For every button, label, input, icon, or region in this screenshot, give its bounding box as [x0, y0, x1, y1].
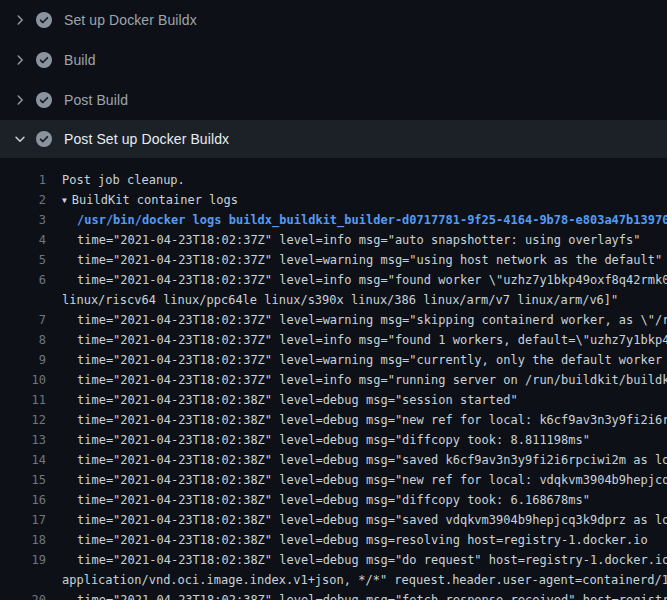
log-line: 20 time="2021-04-23T18:02:38Z" level=deb… — [0, 590, 667, 600]
check-circle-icon — [36, 12, 52, 28]
log-line-text: time="2021-04-23T18:02:37Z" level=info m… — [77, 330, 667, 350]
step-header-3[interactable]: Post Set up Docker Buildx — [0, 120, 667, 158]
log-line-number[interactable]: 16 — [0, 490, 46, 510]
log-line: 10 time="2021-04-23T18:02:37Z" level=inf… — [0, 370, 667, 390]
log-line-text: time="2021-04-23T18:02:37Z" level=info m… — [77, 370, 667, 390]
log-line: 2 ▼BuildKit container logs — [0, 190, 667, 210]
log-line-text: Post job cleanup. — [62, 170, 185, 190]
log-line-number[interactable]: 12 — [0, 410, 46, 430]
log-line-text: time="2021-04-23T18:02:37Z" level=warnin… — [77, 350, 667, 370]
log-line-number[interactable]: 9 — [0, 350, 46, 370]
log-line: 13 time="2021-04-23T18:02:38Z" level=deb… — [0, 430, 667, 450]
log-line-text: time="2021-04-23T18:02:38Z" level=debug … — [77, 490, 590, 510]
log-line: 19 time="2021-04-23T18:02:38Z" level=deb… — [0, 550, 667, 570]
step-header-0[interactable]: Set up Docker Buildx — [0, 0, 667, 40]
check-circle-icon — [36, 131, 52, 147]
chevron-right-icon — [13, 53, 27, 67]
log-line-number[interactable]: 2 — [0, 190, 46, 210]
step-list: Set up Docker Buildx Build Post Build Po… — [0, 0, 667, 158]
log-line: 8 time="2021-04-23T18:02:37Z" level=info… — [0, 330, 667, 350]
check-circle-icon — [36, 92, 52, 108]
log-line-number[interactable]: 19 — [0, 550, 46, 570]
workflow-log-viewer: Set up Docker Buildx Build Post Build Po… — [0, 0, 667, 600]
log-line-number[interactable]: 7 — [0, 310, 46, 330]
log-line-text: time="2021-04-23T18:02:37Z" level=warnin… — [77, 250, 662, 270]
log-line: 7 time="2021-04-23T18:02:37Z" level=warn… — [0, 310, 667, 330]
log-line-text: linux/riscv64 linux/ppc64le linux/s390x … — [62, 290, 618, 310]
log-group-title[interactable]: ▼BuildKit container logs — [62, 190, 238, 210]
log-line-number[interactable]: 1 — [0, 170, 46, 190]
group-toggle-icon[interactable]: ▼ — [62, 191, 67, 210]
step-title: Build — [64, 52, 96, 68]
log-line: 17 time="2021-04-23T18:02:38Z" level=deb… — [0, 510, 667, 530]
log-line: 12 time="2021-04-23T18:02:38Z" level=deb… — [0, 410, 667, 430]
log-line: 14 time="2021-04-23T18:02:38Z" level=deb… — [0, 450, 667, 470]
log-line-text: application/vnd.oci.image.index.v1+json,… — [62, 570, 667, 590]
log-line: 16 time="2021-04-23T18:02:38Z" level=deb… — [0, 490, 667, 510]
log-line-number[interactable]: 20 — [0, 590, 46, 600]
log-line-number[interactable]: 6 — [0, 270, 46, 290]
log-line-text: time="2021-04-23T18:02:37Z" level=info m… — [77, 270, 667, 290]
log-line-text: time="2021-04-23T18:02:38Z" level=debug … — [77, 450, 667, 470]
log-line: 1 Post job cleanup. — [0, 170, 667, 190]
log-line-number[interactable]: 5 — [0, 250, 46, 270]
log-line-number[interactable]: 10 — [0, 370, 46, 390]
chevron-right-icon — [13, 93, 27, 107]
chevron-right-icon — [13, 13, 27, 27]
chevron-down-icon — [13, 132, 27, 146]
log-line-text: time="2021-04-23T18:02:38Z" level=debug … — [77, 590, 667, 600]
log-line: 6 time="2021-04-23T18:02:37Z" level=info… — [0, 270, 667, 290]
log-line-text: time="2021-04-23T18:02:38Z" level=debug … — [77, 410, 667, 430]
log-line-number[interactable]: 18 — [0, 530, 46, 550]
log-line: application/vnd.oci.image.index.v1+json,… — [0, 570, 667, 590]
log-line: 4 time="2021-04-23T18:02:37Z" level=info… — [0, 230, 667, 250]
step-title: Post Build — [64, 92, 128, 108]
log-line-number[interactable]: 11 — [0, 390, 46, 410]
log-line: linux/riscv64 linux/ppc64le linux/s390x … — [0, 290, 667, 310]
log-line-number[interactable]: 13 — [0, 430, 46, 450]
log-line: 15 time="2021-04-23T18:02:38Z" level=deb… — [0, 470, 667, 490]
log-line: 11 time="2021-04-23T18:02:38Z" level=deb… — [0, 390, 667, 410]
log-output: 1 Post job cleanup. 2 ▼BuildKit containe… — [0, 158, 667, 600]
step-header-1[interactable]: Build — [0, 40, 667, 80]
log-line-text: time="2021-04-23T18:02:38Z" level=debug … — [77, 470, 667, 490]
log-line-text: /usr/bin/docker logs buildx_buildkit_bui… — [77, 210, 667, 230]
step-title: Post Set up Docker Buildx — [64, 131, 229, 147]
log-line-number[interactable]: 14 — [0, 450, 46, 470]
log-line-text: time="2021-04-23T18:02:37Z" level=warnin… — [77, 310, 667, 330]
log-line-number[interactable]: 8 — [0, 330, 46, 350]
log-line: 5 time="2021-04-23T18:02:37Z" level=warn… — [0, 250, 667, 270]
check-circle-icon — [36, 52, 52, 68]
log-line-number[interactable]: 3 — [0, 210, 46, 230]
log-line-text: time="2021-04-23T18:02:38Z" level=debug … — [77, 530, 648, 550]
log-line-text: time="2021-04-23T18:02:38Z" level=debug … — [77, 510, 667, 530]
log-line-text: time="2021-04-23T18:02:37Z" level=info m… — [77, 230, 641, 250]
log-line: 3 /usr/bin/docker logs buildx_buildkit_b… — [0, 210, 667, 230]
log-line: 9 time="2021-04-23T18:02:37Z" level=warn… — [0, 350, 667, 370]
log-line-number[interactable]: 17 — [0, 510, 46, 530]
log-line-number[interactable] — [0, 290, 46, 310]
step-title: Set up Docker Buildx — [64, 12, 197, 28]
log-line-number[interactable]: 15 — [0, 470, 46, 490]
log-line-text: time="2021-04-23T18:02:38Z" level=debug … — [77, 430, 590, 450]
log-line-number[interactable]: 4 — [0, 230, 46, 250]
log-line-number[interactable] — [0, 570, 46, 590]
log-line-text: time="2021-04-23T18:02:38Z" level=debug … — [77, 390, 518, 410]
log-line: 18 time="2021-04-23T18:02:38Z" level=deb… — [0, 530, 667, 550]
step-header-2[interactable]: Post Build — [0, 80, 667, 120]
log-line-text: time="2021-04-23T18:02:38Z" level=debug … — [77, 550, 667, 570]
